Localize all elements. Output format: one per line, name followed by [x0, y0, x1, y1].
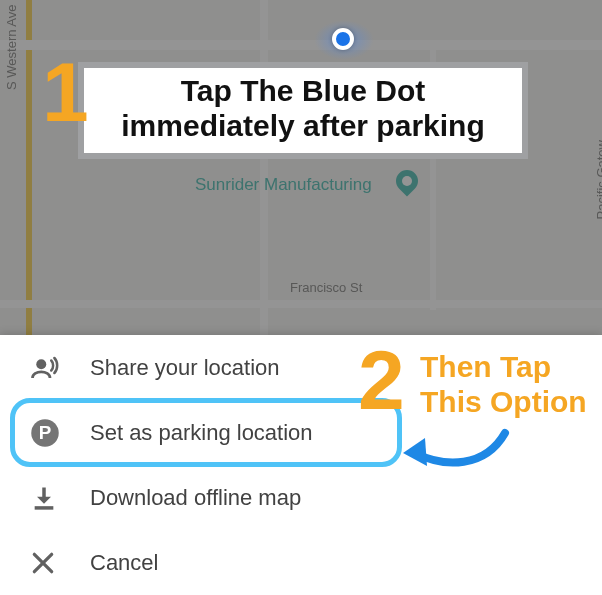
map-road [260, 0, 268, 335]
parking-icon: P [30, 418, 90, 448]
download-icon [30, 484, 90, 512]
screenshot-stage: S Western Ave Pacific Gatew Francisco St… [0, 0, 602, 595]
menu-item-download-offline[interactable]: Download offline map [0, 465, 602, 530]
map-street-label: Pacific Gatew [594, 140, 602, 219]
close-icon [30, 550, 90, 576]
menu-item-cancel[interactable]: Cancel [0, 530, 602, 595]
share-location-icon [30, 353, 90, 383]
map-street-label: S Western Ave [4, 4, 19, 90]
annotation-text: immediately after parking [96, 109, 510, 144]
map-road [0, 40, 602, 50]
map-poi-pin-icon [391, 165, 422, 196]
map-poi-label: Sunrider Manufacturing [195, 175, 372, 195]
annotation-text: Then Tap [420, 350, 600, 385]
annotation-step-number: 1 [42, 50, 89, 134]
annotation-text: This Option [420, 385, 600, 420]
menu-item-label: Cancel [90, 550, 158, 576]
annotation-instruction-box: Tap The Blue Dot immediately after parki… [78, 62, 528, 159]
map-area[interactable]: S Western Ave Pacific Gatew Francisco St… [0, 0, 602, 335]
svg-text:P: P [39, 422, 52, 443]
location-dot-icon [332, 28, 354, 50]
annotation-instruction-text: Then Tap This Option [420, 350, 600, 419]
menu-item-label: Download offline map [90, 485, 301, 511]
map-road [0, 300, 602, 308]
menu-item-label: Share your location [90, 355, 280, 381]
annotation-text: Tap The Blue Dot [96, 74, 510, 109]
map-road-major [26, 0, 32, 335]
menu-item-label: Set as parking location [90, 420, 313, 446]
svg-point-0 [36, 359, 46, 369]
svg-rect-3 [35, 506, 54, 510]
annotation-step-number: 2 [358, 338, 405, 422]
map-street-label: Francisco St [290, 280, 362, 295]
current-location-dot[interactable] [332, 28, 354, 50]
